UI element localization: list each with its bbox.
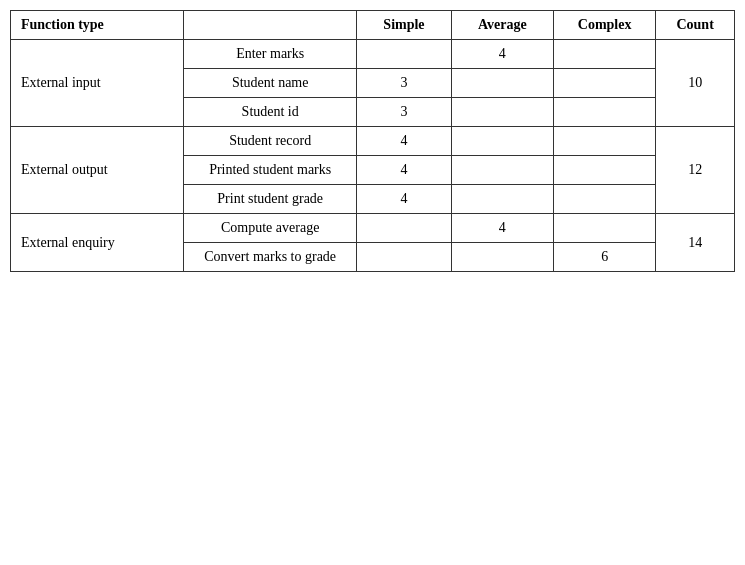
count-external-enquiry: 14 — [656, 214, 735, 272]
header-complex: Complex — [553, 11, 655, 40]
complex-enter-marks — [553, 40, 655, 69]
complex-student-record — [553, 127, 655, 156]
count-external-output: 12 — [656, 127, 735, 214]
complex-printed-student-marks — [553, 156, 655, 185]
complex-print-student-grade — [553, 185, 655, 214]
function-type-external-output: External output — [11, 127, 184, 214]
simple-student-name: 3 — [357, 69, 451, 98]
simple-convert-marks — [357, 243, 451, 272]
function-name-student-name: Student name — [184, 69, 357, 98]
function-name-compute-average: Compute average — [184, 214, 357, 243]
function-type-external-enquiry: External enquiry — [11, 214, 184, 272]
average-enter-marks: 4 — [451, 40, 553, 69]
simple-compute-average — [357, 214, 451, 243]
table-row: External input Enter marks 4 10 — [11, 40, 735, 69]
function-points-table: Function type Simple Average Complex Cou… — [10, 10, 735, 272]
average-student-record — [451, 127, 553, 156]
average-convert-marks — [451, 243, 553, 272]
function-name-convert-marks-to-grade: Convert marks to grade — [184, 243, 357, 272]
simple-printed-student-marks: 4 — [357, 156, 451, 185]
count-external-input: 10 — [656, 40, 735, 127]
function-name-student-id: Student id — [184, 98, 357, 127]
average-student-id — [451, 98, 553, 127]
header-row: Function type Simple Average Complex Cou… — [11, 11, 735, 40]
average-compute-average: 4 — [451, 214, 553, 243]
complex-compute-average — [553, 214, 655, 243]
average-printed-student-marks — [451, 156, 553, 185]
average-student-name — [451, 69, 553, 98]
function-type-external-input: External input — [11, 40, 184, 127]
complex-student-name — [553, 69, 655, 98]
header-simple: Simple — [357, 11, 451, 40]
table-row: External output Student record 4 12 — [11, 127, 735, 156]
simple-student-record: 4 — [357, 127, 451, 156]
function-name-printed-student-marks: Printed student marks — [184, 156, 357, 185]
function-name-enter-marks: Enter marks — [184, 40, 357, 69]
header-count: Count — [656, 11, 735, 40]
function-name-student-record: Student record — [184, 127, 357, 156]
complex-convert-marks: 6 — [553, 243, 655, 272]
header-function-type: Function type — [11, 11, 184, 40]
header-average: Average — [451, 11, 553, 40]
average-print-student-grade — [451, 185, 553, 214]
complex-student-id — [553, 98, 655, 127]
simple-student-id: 3 — [357, 98, 451, 127]
table-row: External enquiry Compute average 4 14 — [11, 214, 735, 243]
simple-print-student-grade: 4 — [357, 185, 451, 214]
header-name — [184, 11, 357, 40]
table-wrapper: Function type Simple Average Complex Cou… — [10, 10, 735, 272]
function-name-print-student-grade: Print student grade — [184, 185, 357, 214]
simple-enter-marks — [357, 40, 451, 69]
